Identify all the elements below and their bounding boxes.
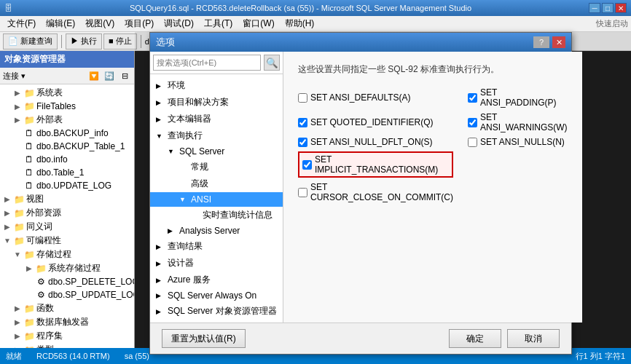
- nav-sql-server[interactable]: ▼ SQL Server: [150, 144, 283, 159]
- option-checkbox-cursor-close[interactable]: [298, 188, 307, 197]
- expand-icon: ▶: [12, 344, 23, 349]
- option-checkbox-quoted-identifier[interactable]: [298, 118, 307, 127]
- nav-sql-always-on[interactable]: ▶ SQL Server Always On: [150, 288, 283, 303]
- maximize-btn[interactable]: □: [602, 3, 614, 13]
- tree-node-db-triggers[interactable]: ▶ 📁 数据库触发器: [0, 315, 134, 329]
- tree-node-update-log[interactable]: 🗒 dbo.UPDATE_LOG: [0, 179, 134, 192]
- menu-tools[interactable]: 工具(T): [200, 16, 237, 31]
- tree-node-system-tables[interactable]: ▶ 📁 系统表: [0, 86, 134, 100]
- expand-icon: ▶: [12, 100, 23, 112]
- dialog-overlay: 选项 ? ✕ 🔍 ▶ 环境 ▶: [135, 32, 631, 348]
- dialog-help-btn[interactable]: ?: [533, 36, 549, 48]
- nav-query-results[interactable]: ▶ 查询结果: [150, 238, 283, 255]
- tree-node-backup-table1[interactable]: 🗒 dbo.BACKUP_Table_1: [0, 140, 134, 153]
- proc-icon: ⚙: [35, 276, 47, 288]
- option-ansi-padding: SET ANSI_PADDING(P): [468, 87, 568, 108]
- tree-node-external-resources[interactable]: ▶ 📁 外部资源: [0, 206, 134, 220]
- nav-sql-object-explorer[interactable]: ▶ SQL Server 对象资源管理器: [150, 303, 283, 320]
- nav-live-query-stats[interactable]: 实时查询统计信息: [150, 207, 283, 223]
- nav-environment[interactable]: ▶ 环境: [150, 77, 283, 94]
- option-ansi-null-dflt: SET ANSI_NULL_DFLT_ON(S): [298, 137, 453, 147]
- tree-node-types[interactable]: ▶ 📁 类型: [0, 343, 134, 348]
- tree-node-external-tables[interactable]: ▶ 📁 外部表: [0, 113, 134, 127]
- menu-bar: 文件(F) 编辑(E) 视图(V) 项目(P) 调试(D) 工具(T) 窗口(W…: [0, 16, 631, 32]
- stop-btn[interactable]: ■ 停止: [103, 33, 137, 50]
- refresh-btn[interactable]: 🔄: [103, 69, 116, 82]
- ok-button[interactable]: 确定: [449, 329, 501, 348]
- execute-btn[interactable]: ▶ 执行: [66, 33, 102, 50]
- tree-node-dbo-info[interactable]: 🗒 dbo.info: [0, 153, 134, 166]
- option-label-ansi-null-dflt[interactable]: SET ANSI_NULL_DFLT_ON(S): [310, 137, 433, 147]
- tree-node-functions[interactable]: ▶ 📁 函数: [0, 301, 134, 315]
- menu-debug[interactable]: 调试(D): [160, 16, 198, 31]
- minimize-btn[interactable]: ─: [589, 3, 600, 13]
- menu-edit[interactable]: 编辑(E): [42, 16, 79, 31]
- nav-text-editor[interactable]: ▶ 文本编辑器: [150, 111, 283, 127]
- option-checkbox-ansi-null-dflt[interactable]: [298, 138, 307, 147]
- nav-general[interactable]: 常规: [150, 159, 283, 175]
- option-checkbox-ansi-defaults[interactable]: [298, 93, 307, 103]
- nav-expand-icon: ▶: [156, 82, 165, 90]
- search-box: 🔍: [150, 52, 283, 74]
- tree-node-synonyms[interactable]: ▶ 📁 同义词: [0, 220, 134, 234]
- tree-node-filetables[interactable]: ▶ 📁 FileTables: [0, 100, 134, 113]
- close-btn[interactable]: ✕: [615, 3, 627, 13]
- option-implicit-transactions: SET IMPLICIT_TRANSACTIONS(M): [298, 151, 453, 178]
- folder-icon: 📁: [13, 235, 25, 247]
- nav-azure[interactable]: ▶ Azure 服务: [150, 272, 283, 288]
- object-explorer: 对象资源管理器 连接 ▾ 🔽 🔄 ⊟ ▶ 📁 系统表 ▶ 📁 FileTable…: [0, 51, 135, 348]
- tree-node-assemblies[interactable]: ▶ 📁 程序集: [0, 329, 134, 343]
- option-label-ansi-nulls[interactable]: SET ANSI_NULLS(N): [480, 137, 565, 147]
- option-label-cursor-close[interactable]: SET CURSOR_CLOSE_ON_COMMIT(C): [310, 182, 453, 202]
- nav-project-solutions[interactable]: ▶ 项目和解决方案: [150, 94, 283, 111]
- title-bar: 🗄 SQLQuery16.sql - RCD563.deleteRollback…: [0, 0, 631, 16]
- filter-btn[interactable]: 🔽: [87, 69, 101, 82]
- folder-icon: 📁: [23, 87, 35, 99]
- option-checkbox-ansi-warnings[interactable]: [468, 118, 477, 127]
- nav-query-execution[interactable]: ▼ 查询执行: [150, 127, 283, 144]
- menu-view[interactable]: 视图(V): [81, 16, 119, 31]
- nav-designer[interactable]: ▶ 设计器: [150, 255, 283, 272]
- nav-expand-icon: ▶: [168, 227, 176, 234]
- options-description: 这些设置共同指定一些 SQL-92 标准查询执行行为。: [298, 63, 568, 76]
- option-checkbox-ansi-nulls[interactable]: [468, 138, 477, 147]
- option-label-ansi-defaults[interactable]: SET ANSI_DEFAULTS(A): [310, 92, 411, 103]
- cancel-button[interactable]: 取消: [507, 329, 560, 348]
- search-button[interactable]: 🔍: [264, 55, 280, 71]
- tree-node-stored-procs[interactable]: ▼ 📁 存储过程: [0, 248, 134, 261]
- tree-node-dbo-table1[interactable]: 🗒 dbo.Table_1: [0, 166, 134, 179]
- search-input[interactable]: [153, 55, 261, 71]
- object-explorer-title: 对象资源管理器: [0, 51, 134, 68]
- option-checkbox-ansi-padding[interactable]: [468, 93, 477, 103]
- new-query-icon: 📄: [8, 36, 18, 46]
- menu-file[interactable]: 文件(F): [3, 16, 40, 31]
- expand-icon: ▶: [23, 263, 35, 274]
- tree-node-views[interactable]: ▶ 📁 视图: [0, 192, 134, 206]
- nav-expand-icon: ▶: [156, 277, 165, 284]
- nav-ansi[interactable]: ▼ ANSI: [150, 192, 283, 207]
- menu-help[interactable]: 帮助(H): [281, 16, 319, 31]
- expand-icon: [12, 141, 23, 152]
- menu-project[interactable]: 项目(P): [120, 16, 158, 31]
- tree-node-programmability[interactable]: ▼ 📁 可编程性: [0, 234, 134, 248]
- new-query-btn[interactable]: 📄 新建查询: [3, 33, 58, 50]
- nav-analysis-server[interactable]: ▶ Analysis Server: [150, 223, 283, 238]
- option-label-quoted-identifier[interactable]: SET QUOTED_IDENTIFIER(Q): [310, 117, 433, 127]
- expand-icon: ▶: [12, 317, 23, 328]
- tree-node-sp-delete[interactable]: ⚙ dbo.SP_DELETE_LOG: [0, 275, 134, 288]
- option-label-implicit-transactions[interactable]: SET IMPLICIT_TRANSACTIONS(M): [315, 154, 449, 175]
- dialog-title-text: 选项: [156, 36, 175, 49]
- menu-window[interactable]: 窗口(W): [238, 16, 278, 31]
- reset-defaults-button[interactable]: 重置为默认值(R): [162, 329, 246, 348]
- collapse-btn[interactable]: ⊟: [118, 69, 131, 82]
- option-label-ansi-padding[interactable]: SET ANSI_PADDING(P): [480, 87, 568, 108]
- table-icon: 🗒: [23, 180, 35, 191]
- option-cursor-close: SET CURSOR_CLOSE_ON_COMMIT(C): [298, 182, 453, 202]
- tree-node-sp-update[interactable]: ⚙ dbo.SP_UPDATE_LOG: [0, 288, 134, 301]
- option-checkbox-implicit-transactions[interactable]: [302, 160, 312, 170]
- dialog-close-btn[interactable]: ✕: [552, 36, 565, 48]
- tree-node-sys-procs[interactable]: ▶ 📁 系统存储过程: [0, 261, 134, 275]
- nav-advanced[interactable]: 高级: [150, 175, 283, 192]
- tree-node-backup-info[interactable]: 🗒 dbo.BACKUP_info: [0, 127, 134, 140]
- option-label-ansi-warnings[interactable]: SET ANSI_WARNINGS(W): [480, 112, 568, 132]
